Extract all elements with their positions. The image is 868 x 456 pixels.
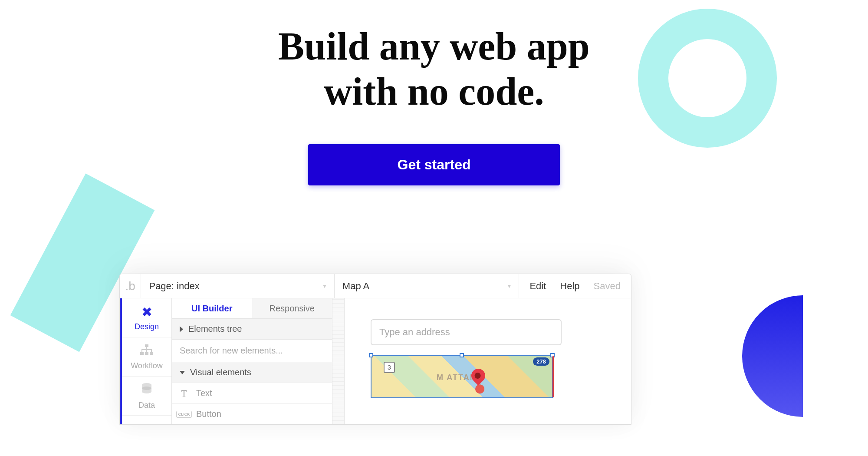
editor-body: ✖ Design Workflow Data UI Builder Respon… [120, 298, 631, 424]
address-input[interactable] [371, 319, 562, 345]
sidenav-workflow-label: Workflow [131, 361, 163, 370]
bubble-logo-icon[interactable]: .b [120, 274, 141, 298]
svg-rect-2 [145, 352, 148, 355]
tab-responsive[interactable]: Responsive [252, 298, 332, 318]
save-status: Saved [594, 281, 621, 292]
map-city-label: M ATTAN [437, 373, 477, 382]
svg-rect-1 [140, 352, 144, 355]
elements-search-placeholder: Search for new elements... [180, 346, 283, 356]
panel-tabs: UI Builder Responsive [172, 298, 332, 318]
sidenav-design[interactable]: ✖ Design [122, 298, 171, 337]
visual-elements-row[interactable]: Visual elements [172, 362, 332, 383]
get-started-button[interactable]: Get started [308, 144, 560, 185]
svg-rect-0 [145, 344, 148, 347]
decorative-ring [638, 9, 777, 148]
decorative-semicircle [742, 295, 864, 417]
sidenav-data-label: Data [138, 401, 155, 410]
side-nav: ✖ Design Workflow Data [120, 298, 172, 424]
design-icon: ✖ [141, 304, 152, 320]
elements-tree-row[interactable]: Elements tree [172, 318, 332, 339]
svg-point-5 [142, 387, 151, 390]
canvas[interactable]: M ATTAN 278 [345, 298, 631, 424]
edit-menu[interactable]: Edit [529, 281, 546, 292]
hero-title-line1: Build any web app [278, 25, 590, 68]
caret-down-icon [180, 371, 185, 374]
elements-tree-label: Elements tree [188, 324, 242, 334]
sidenav-data[interactable]: Data [122, 377, 171, 416]
sidenav-workflow[interactable]: Workflow [122, 337, 171, 377]
chevron-down-icon: ▼ [507, 283, 512, 289]
element-selector-label: Map A [342, 281, 369, 292]
hero-title-line2: with no code. [324, 70, 544, 113]
page-selector-label: Page: index [149, 281, 199, 292]
editor-window: .b Page: index ▼ Map A ▼ Edit Help Saved… [119, 274, 631, 425]
elements-search[interactable]: Search for new elements... [172, 339, 332, 362]
alignment-guide [552, 356, 554, 397]
vertical-ruler [332, 298, 345, 424]
button-icon: CLICK [178, 411, 190, 418]
tab-ui-builder[interactable]: UI Builder [172, 298, 252, 318]
element-text[interactable]: T Text [172, 383, 332, 403]
map-route-badge: 278 [533, 357, 549, 366]
workflow-icon [139, 344, 154, 359]
map-element[interactable]: M ATTAN 278 [371, 355, 553, 398]
page-selector[interactable]: Page: index ▼ [141, 274, 334, 298]
left-panel: UI Builder Responsive Elements tree Sear… [172, 298, 332, 424]
editor-topbar: .b Page: index ▼ Map A ▼ Edit Help Saved [120, 274, 631, 298]
map-pin-icon [468, 366, 488, 385]
text-icon: T [178, 388, 190, 399]
element-text-label: Text [196, 388, 212, 398]
visual-elements-label: Visual elements [190, 367, 251, 377]
selection-handle[interactable] [369, 353, 373, 357]
element-selector[interactable]: Map A ▼ [335, 274, 519, 298]
topbar-right: Edit Help Saved [519, 274, 631, 298]
chevron-down-icon: ▼ [322, 283, 327, 289]
help-menu[interactable]: Help [560, 281, 579, 292]
svg-rect-3 [150, 352, 153, 355]
caret-right-icon [180, 326, 183, 332]
selection-handle[interactable] [460, 353, 464, 357]
element-button-label: Button [196, 409, 221, 419]
database-icon [140, 382, 153, 398]
element-button[interactable]: CLICK Button [172, 403, 332, 424]
sidenav-design-label: Design [135, 322, 159, 331]
